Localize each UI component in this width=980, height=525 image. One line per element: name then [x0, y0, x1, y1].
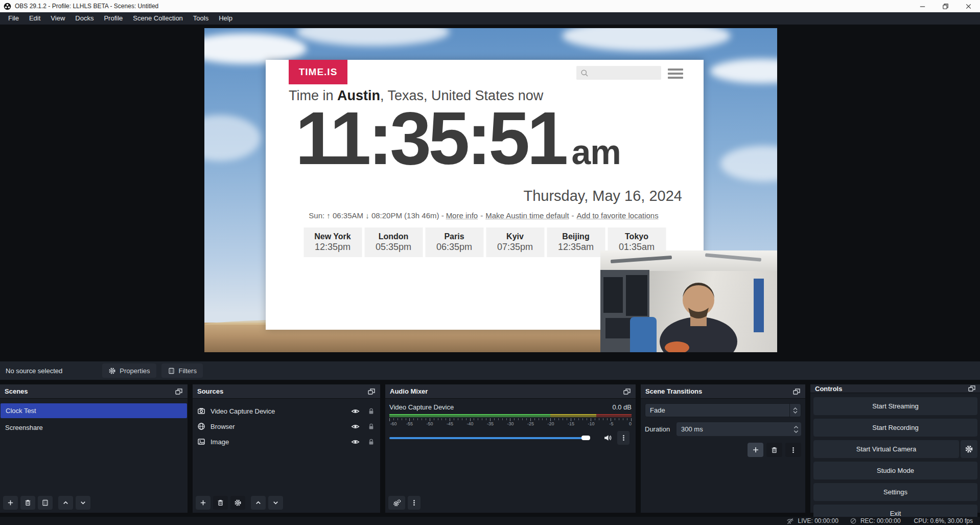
city-card[interactable]: Kyiv07:35pm: [486, 227, 544, 257]
city-card[interactable]: Beijing12:35am: [547, 227, 605, 257]
mixer-menu-button[interactable]: [408, 496, 421, 510]
timeis-logo[interactable]: TIME.IS: [289, 60, 347, 84]
more-info-link[interactable]: More info: [446, 211, 478, 220]
controls-dock-body: Start Streaming Start Recording Start Vi…: [810, 393, 980, 522]
make-default-link[interactable]: Make Austin time default: [485, 211, 569, 220]
audio-mixer-toolbar: [385, 493, 636, 513]
duration-row: Duration 300 ms: [645, 422, 801, 436]
search-icon: [580, 69, 589, 77]
settings-button[interactable]: Settings: [813, 483, 977, 501]
city-card[interactable]: New York12:35pm: [304, 227, 362, 257]
add-source-button[interactable]: [196, 496, 211, 510]
close-button[interactable]: [957, 0, 980, 12]
scenes-dock-header[interactable]: Scenes: [0, 384, 188, 399]
add-transition-button[interactable]: [748, 443, 763, 457]
scene-move-up-button[interactable]: [58, 496, 73, 510]
cloud-decoration: [710, 59, 777, 83]
mixer-channel-menu-button[interactable]: [617, 431, 629, 445]
source-properties-button[interactable]: [230, 496, 245, 510]
scene-item-screenshare[interactable]: Screenshare: [0, 420, 188, 435]
chevron-up-icon: [62, 499, 69, 507]
mixer-db-value: 0.0 dB: [612, 403, 632, 411]
volume-slider-handle[interactable]: [581, 436, 590, 440]
transition-properties-button[interactable]: [785, 443, 801, 457]
search-box[interactable]: [576, 66, 661, 80]
source-move-up-button[interactable]: [251, 496, 266, 510]
source-item-video-capture[interactable]: Video Capture Device: [193, 403, 380, 419]
menu-scene-collection[interactable]: Scene Collection: [128, 12, 188, 25]
advanced-audio-properties-button[interactable]: [388, 496, 405, 510]
properties-button[interactable]: Properties: [102, 363, 156, 378]
lock-icon[interactable]: [367, 438, 375, 446]
lock-icon[interactable]: [367, 423, 375, 430]
visibility-eye-icon[interactable]: [351, 422, 360, 431]
visibility-eye-icon[interactable]: [351, 407, 360, 416]
preview-canvas-area: TIME.IS Time in Austin, Texas, United St…: [0, 25, 980, 361]
restore-button[interactable]: [934, 0, 957, 12]
restore-icon: [942, 3, 949, 10]
add-scene-button[interactable]: [3, 496, 18, 510]
menu-help[interactable]: Help: [214, 12, 238, 25]
rec-status: REC: 00:00:00: [850, 517, 901, 524]
popout-icon[interactable]: [367, 387, 376, 396]
meter-scale: -60 -55 -50 -45 -40 -35 -30 -25 -20 -15 …: [389, 418, 632, 427]
window-title: OBS 29.1.2 - Profile: LLHLS BETA - Scene…: [15, 3, 158, 10]
popout-icon[interactable]: [968, 384, 976, 393]
chevron-down-icon: [792, 410, 798, 415]
city-card[interactable]: London05:35pm: [364, 227, 423, 257]
filter-icon: [168, 367, 175, 375]
volume-slider[interactable]: [389, 436, 597, 440]
studio-mode-button[interactable]: Studio Mode: [813, 462, 977, 480]
transition-selected-value: Fade: [645, 406, 789, 414]
scene-filters-button[interactable]: [38, 496, 53, 510]
filters-button[interactable]: Filters: [161, 363, 203, 378]
double-gear-icon: [393, 499, 401, 507]
popout-icon[interactable]: [175, 387, 183, 396]
scene-move-down-button[interactable]: [76, 496, 90, 510]
menu-tools[interactable]: Tools: [188, 12, 214, 25]
duration-spinbox[interactable]: 300 ms: [676, 422, 801, 436]
source-context-toolbar: No source selected Properties Filters: [0, 361, 980, 380]
audio-mixer-dock-header[interactable]: Audio Mixer: [385, 384, 636, 399]
sources-dock-header[interactable]: Sources: [193, 384, 380, 399]
scene-preview[interactable]: TIME.IS Time in Austin, Texas, United St…: [204, 28, 777, 352]
remove-source-button[interactable]: [213, 496, 228, 510]
source-item-image[interactable]: Image: [193, 434, 380, 449]
obs-main-window: OBS 29.1.2 - Profile: LLHLS BETA - Scene…: [0, 0, 980, 525]
controls-dock-header[interactable]: Controls: [810, 384, 980, 393]
menu-file[interactable]: File: [3, 12, 24, 25]
source-move-down-button[interactable]: [268, 496, 283, 510]
transition-select[interactable]: Fade: [645, 403, 801, 417]
minimize-button[interactable]: [911, 0, 934, 12]
menubar: File Edit View Docks Profile Scene Colle…: [0, 12, 980, 25]
menu-view[interactable]: View: [45, 12, 70, 25]
start-streaming-button[interactable]: Start Streaming: [813, 397, 977, 415]
virtual-camera-config-button[interactable]: [961, 440, 977, 458]
transitions-dock-header[interactable]: Scene Transitions: [641, 384, 805, 399]
remove-scene-button[interactable]: [20, 496, 35, 510]
speaker-icon[interactable]: [603, 433, 612, 442]
visibility-eye-icon[interactable]: [351, 438, 360, 446]
menu-profile[interactable]: Profile: [99, 12, 128, 25]
scene-list: Clock Test Screenshare: [0, 399, 188, 435]
volume-meter: [389, 414, 632, 418]
hamburger-menu-icon[interactable]: [668, 69, 683, 79]
audio-mixer-dock-body: Video Capture Device 0.0 dB -60 -55 -50 …: [385, 399, 636, 513]
start-recording-button[interactable]: Start Recording: [813, 419, 977, 437]
sun-times: Sun: ↑ 06:35AM ↓ 08:20PM (13h 46m) -: [309, 211, 444, 220]
spin-buttons[interactable]: [791, 425, 801, 434]
popout-icon[interactable]: [623, 387, 631, 396]
window-controls: [911, 0, 980, 12]
cpu-fps-stats: CPU: 0.6%, 30.00 fps: [914, 517, 973, 524]
remove-transition-button[interactable]: [766, 443, 782, 457]
add-favorite-link[interactable]: Add to favorite locations: [577, 211, 659, 220]
popout-icon[interactable]: [792, 387, 801, 396]
combo-spinner[interactable]: [789, 404, 801, 417]
lock-icon[interactable]: [367, 407, 375, 415]
start-virtual-camera-button[interactable]: Start Virtual Camera: [813, 440, 959, 458]
menu-docks[interactable]: Docks: [70, 12, 99, 25]
source-item-browser[interactable]: Browser: [193, 419, 380, 434]
menu-edit[interactable]: Edit: [24, 12, 45, 25]
scene-item-clock-test[interactable]: Clock Test: [1, 403, 187, 418]
city-card[interactable]: Paris06:35pm: [425, 227, 483, 257]
